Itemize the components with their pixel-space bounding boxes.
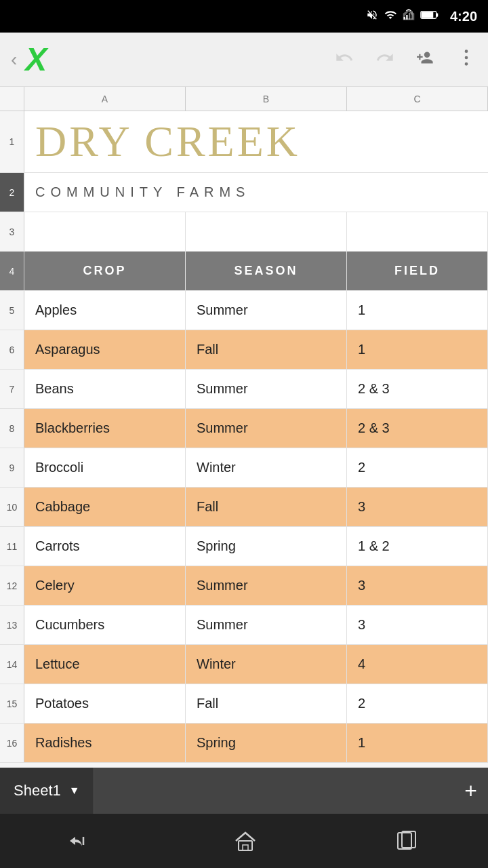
excel-logo: X [25,43,47,76]
cell-season-row11[interactable]: Spring [186,527,347,566]
wifi-icon [384,9,397,24]
row-number-15: 15 [0,684,24,723]
cell-crop-row15[interactable]: Potatoes [24,684,186,723]
header-field[interactable]: FIELD [347,252,488,290]
cell-crop-row6[interactable]: Asparagus [24,330,186,369]
row-number-5: 5 [0,291,24,330]
row-number-1: 1 [0,111,24,172]
sheet-tab-bar: Sheet1 ▼ + [0,768,488,814]
status-icons: 4:20 [366,9,477,24]
cell-crop-row9[interactable]: Broccoli [24,448,186,487]
cell-field-row14[interactable]: 4 [347,645,488,684]
cell-crop-row11[interactable]: Carrots [24,527,186,566]
toolbar-actions [332,45,477,74]
cell-field-row10[interactable]: 3 [347,488,488,526]
cell-season-row14[interactable]: Winter [186,645,347,684]
sheet-tab-dropdown-icon[interactable]: ▼ [69,785,80,797]
cell-season-row10[interactable]: Fall [186,488,347,526]
table-row: 8 Blackberries Summer 2 & 3 [0,409,488,448]
redo-button[interactable] [373,45,397,74]
cell-crop-row12[interactable]: Celery [24,566,186,605]
cell-season-row12[interactable]: Summer [186,566,347,605]
cell-field-row7[interactable]: 2 & 3 [347,370,488,408]
empty-cell-3b[interactable] [186,212,347,251]
cell-season-row8[interactable]: Summer [186,409,347,448]
cell-field-row5[interactable]: 1 [347,291,488,330]
undo-button[interactable] [332,45,357,74]
column-header-a[interactable]: A [24,87,186,111]
svg-rect-1 [403,17,405,20]
cell-field-row13[interactable]: 3 [347,606,488,644]
status-time: 4:20 [450,9,477,24]
table-row: 7 Beans Summer 2 & 3 [0,370,488,409]
column-header-b[interactable]: B [186,87,347,111]
row-number-4: 4 [0,252,24,290]
cell-field-row8[interactable]: 2 & 3 [347,409,488,448]
table-row: 14 Lettuce Winter 4 [0,645,488,684]
mute-icon [366,9,378,24]
row-number-6: 6 [0,330,24,369]
cell-crop-row16[interactable]: Radishes [24,724,186,762]
sheet-tab-sheet1[interactable]: Sheet1 ▼ [0,768,94,814]
cell-field-row6[interactable]: 1 [347,330,488,369]
add-user-button[interactable] [413,45,439,74]
sheet-tab-label: Sheet1 [14,782,61,800]
add-sheet-button[interactable]: + [464,778,477,804]
cell-season-row13[interactable]: Summer [186,606,347,644]
row-number-14: 14 [0,645,24,684]
row-number-header-spacer [0,87,24,111]
row-number-7: 7 [0,370,24,408]
table-row: 5 Apples Summer 1 [0,291,488,330]
header-season[interactable]: SEASON [186,252,347,290]
cell-field-row16[interactable]: 1 [347,724,488,762]
cell-crop-row7[interactable]: Beans [24,370,186,408]
column-header-c[interactable]: C [347,87,488,111]
row-number-10: 10 [0,488,24,526]
empty-cell-3a[interactable] [24,212,186,251]
app-logo: ‹ X [11,43,47,76]
farm-subtitle: COMMUNITY FARMS [35,184,250,200]
spreadsheet: A B C 1 DRY CREEK 2 COMMUNITY FARMS 3 4 … [0,87,488,763]
battery-icon [420,9,439,24]
nav-home-button[interactable] [233,830,258,852]
data-rows: 5 Apples Summer 1 6 Asparagus Fall 1 7 B… [0,291,488,763]
title-cell-main[interactable]: DRY CREEK [24,111,488,172]
cell-field-row9[interactable]: 2 [347,448,488,487]
empty-cell-3c[interactable] [347,212,488,251]
cell-season-row7[interactable]: Summer [186,370,347,408]
svg-rect-7 [422,12,434,18]
more-options-button[interactable] [455,45,477,74]
table-row: 12 Celery Summer 3 [0,566,488,606]
cell-crop-row14[interactable]: Lettuce [24,645,186,684]
subtitle-cell[interactable]: COMMUNITY FARMS [24,173,488,212]
cell-crop-row10[interactable]: Cabbage [24,488,186,526]
svg-rect-12 [243,845,248,850]
cell-season-row16[interactable]: Spring [186,724,347,762]
cell-field-row15[interactable]: 2 [347,684,488,723]
svg-rect-4 [411,11,413,20]
cell-crop-row13[interactable]: Cucumbers [24,606,186,644]
cell-crop-row5[interactable]: Apples [24,291,186,330]
back-arrow-icon[interactable]: ‹ [11,49,17,71]
cell-season-row5[interactable]: Summer [186,291,347,330]
cell-field-row11[interactable]: 1 & 2 [347,527,488,566]
row-number-16: 16 [0,724,24,762]
svg-rect-14 [402,831,415,848]
row-number-9: 9 [0,448,24,487]
nav-back-button[interactable] [68,830,96,852]
nav-bar [0,814,488,868]
table-row: 11 Carrots Spring 1 & 2 [0,527,488,566]
svg-rect-6 [436,13,439,16]
svg-rect-3 [409,13,410,20]
farm-title: DRY CREEK [35,117,300,167]
cell-season-row15[interactable]: Fall [186,684,347,723]
table-row: 13 Cucumbers Summer 3 [0,606,488,645]
row-number-8: 8 [0,409,24,448]
cell-crop-row8[interactable]: Blackberries [24,409,186,448]
cell-field-row12[interactable]: 3 [347,566,488,605]
cell-season-row9[interactable]: Winter [186,448,347,487]
header-crop[interactable]: CROP [24,252,186,290]
cell-season-row6[interactable]: Fall [186,330,347,369]
nav-recents-button[interactable] [395,830,420,852]
status-bar: 4:20 [0,0,488,33]
